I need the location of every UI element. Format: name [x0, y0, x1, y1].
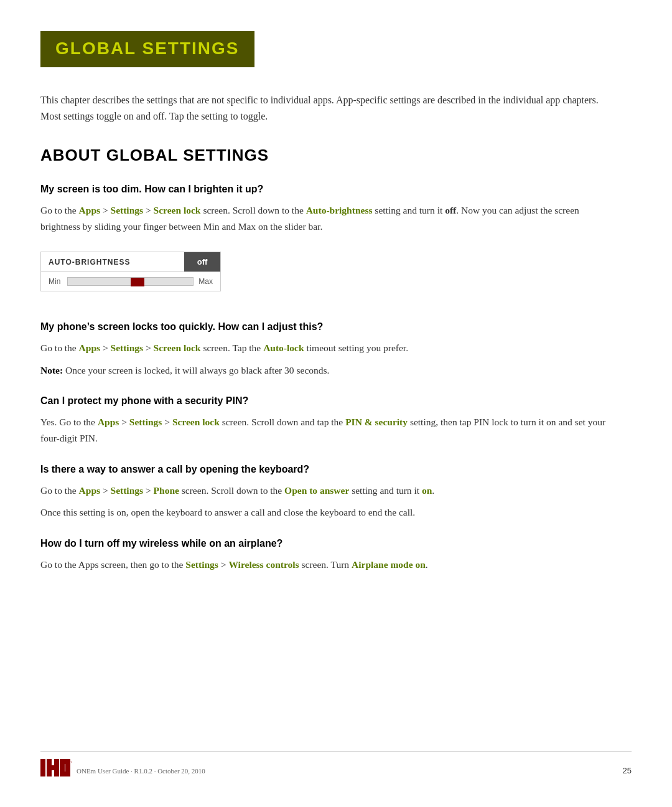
- svg-rect-7: [60, 772, 70, 776]
- question-heading-2: My phone’s screen locks too quickly. How…: [40, 321, 632, 333]
- slider-min-label: Min: [49, 277, 62, 286]
- slider-max-label: Max: [198, 277, 213, 286]
- footer-footnote: ONEm User Guide · R1.0.2 · October 20, 2…: [77, 767, 205, 775]
- keyword-autobrightness: Auto-brightness: [306, 205, 373, 215]
- widget-label: AUTO-BRIGHTNESS: [41, 253, 184, 271]
- keyword-apps-1: Apps: [79, 205, 100, 215]
- keyword-apps-4: Apps: [79, 485, 100, 496]
- keyword-settings-5: Settings: [185, 559, 218, 570]
- footer-page-number: 25: [623, 766, 632, 775]
- keyword-settings-4: Settings: [111, 485, 144, 496]
- widget-slider-row: Min Max: [41, 272, 220, 291]
- question-body-3: Yes. Go to the Apps > Settings > Screen …: [40, 414, 613, 446]
- keyword-settings-2: Settings: [111, 342, 144, 353]
- widget-header-row: AUTO-BRIGHTNESS off: [41, 252, 220, 272]
- question-body-1: Go to the Apps > Settings > Screen lock …: [40, 202, 613, 234]
- header-banner: GLOBAL SETTINGS: [40, 31, 254, 67]
- page-container: GLOBAL SETTINGS This chapter describes t…: [0, 0, 672, 628]
- section-heading: ABOUT GLOBAL SETTINGS: [40, 146, 632, 165]
- keyword-on: on: [422, 485, 432, 496]
- widget-toggle[interactable]: off: [184, 252, 220, 271]
- page-footer: ™ ONEm User Guide · R1.0.2 · October 20,…: [40, 751, 632, 782]
- question-body-4b: Once this setting is on, open the keyboa…: [40, 504, 613, 521]
- slider-thumb: [131, 278, 144, 286]
- keyword-off: off: [445, 205, 456, 215]
- question-heading-4: Is there a way to answer a call by openi…: [40, 464, 632, 475]
- svg-rect-0: [40, 759, 45, 776]
- keyword-settings-1: Settings: [111, 205, 144, 215]
- footer-logo: ™ ONEm User Guide · R1.0.2 · October 20,…: [40, 759, 205, 782]
- svg-rect-2: [47, 765, 54, 770]
- keyword-apps-3: Apps: [98, 417, 119, 427]
- question-body-2b: Note: Once your screen is locked, it wil…: [40, 362, 613, 379]
- keyword-apps-2: Apps: [79, 342, 100, 353]
- slider-track[interactable]: [67, 277, 194, 286]
- question-body-2a: Go to the Apps > Settings > Screen lock …: [40, 340, 613, 356]
- keyword-screenlock-3: Screen lock: [172, 417, 220, 427]
- note-label: Note:: [40, 365, 63, 375]
- svg-rect-6: [60, 759, 70, 764]
- keyword-screenlock-2: Screen lock: [154, 342, 201, 353]
- svg-text:™: ™: [70, 761, 72, 765]
- question-heading-1: My screen is too dim. How can I brighten…: [40, 184, 632, 195]
- keyword-wireless-controls: Wireless controls: [228, 559, 299, 570]
- kin-logo-svg: ™: [40, 759, 72, 778]
- keyword-autolock: Auto-lock: [263, 342, 304, 353]
- intro-paragraph: This chapter describes the settings that…: [40, 92, 613, 124]
- question-body-5: Go to the Apps screen, then go to the Se…: [40, 557, 613, 573]
- logo-icon: ™: [40, 759, 72, 782]
- auto-brightness-widget: AUTO-BRIGHTNESS off Min Max: [40, 252, 221, 291]
- keyword-settings-3: Settings: [129, 417, 162, 427]
- keyword-open-to-answer: Open to answer: [284, 485, 349, 496]
- keyword-screenlock-1: Screen lock: [154, 205, 201, 215]
- svg-rect-3: [54, 759, 59, 776]
- keyword-pin-security: PIN & security: [345, 417, 408, 427]
- keyword-phone: Phone: [154, 485, 179, 496]
- keyword-airplane-mode: Airplane mode on: [352, 559, 426, 570]
- page-title: GLOBAL SETTINGS: [55, 39, 240, 58]
- question-body-4a: Go to the Apps > Settings > Phone screen…: [40, 483, 613, 499]
- question-heading-5: How do I turn off my wireless while on a…: [40, 538, 632, 549]
- question-heading-3: Can I protect my phone with a security P…: [40, 395, 632, 407]
